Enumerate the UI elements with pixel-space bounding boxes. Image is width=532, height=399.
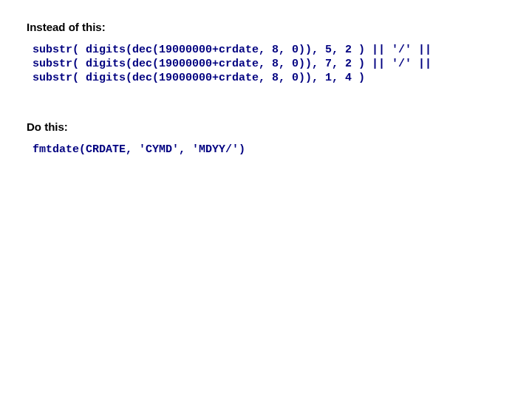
heading-do-this: Do this: — [27, 120, 505, 133]
slide-content: Instead of this: substr( digits(dec(1900… — [0, 0, 532, 199]
code-block-fmtdate: fmtdate(CRDATE, 'CYMD', 'MDYY/') — [33, 143, 505, 157]
heading-instead-of-this: Instead of this: — [27, 21, 505, 33]
code-block-substr: substr( digits(dec(19000000+crdate, 8, 0… — [33, 44, 505, 85]
spacer — [27, 106, 505, 120]
